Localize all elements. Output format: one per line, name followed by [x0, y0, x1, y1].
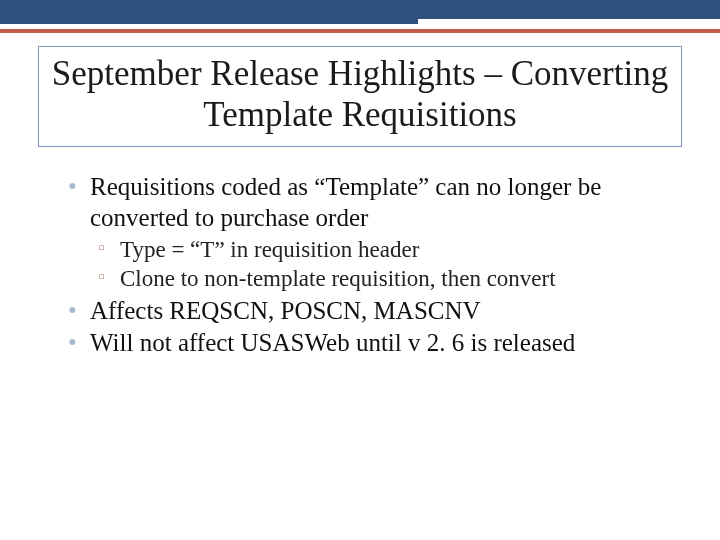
bullet-level-2: Type = “T” in requisition header	[68, 235, 678, 264]
accent-rule	[0, 29, 720, 33]
sub-bullets: Type = “T” in requisition header Clone t…	[68, 235, 678, 294]
bullet-level-1: Will not affect USASWeb until v 2. 6 is …	[68, 328, 678, 359]
bullet-level-1: Affects REQSCN, POSCN, MASCNV	[68, 296, 678, 327]
header-cutout	[418, 19, 720, 37]
slide-body: Requisitions coded as “Template” can no …	[68, 172, 678, 361]
slide-title: September Release Highlights – Convertin…	[38, 46, 682, 147]
bullet-level-1: Requisitions coded as “Template” can no …	[68, 172, 678, 233]
bullet-level-2: Clone to non-template requisition, then …	[68, 264, 678, 293]
